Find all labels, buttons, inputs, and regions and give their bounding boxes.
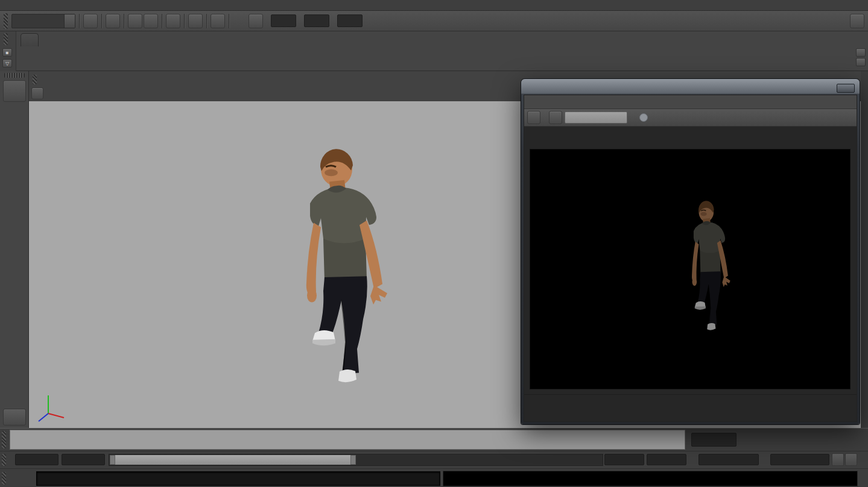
time-slider (0, 428, 868, 451)
z-coord-input[interactable] (337, 14, 363, 27)
panel-close-icon[interactable] (861, 77, 868, 86)
render-canvas-area[interactable] (524, 127, 857, 394)
range-slider-track[interactable] (109, 454, 603, 466)
status-line-handle[interactable] (4, 13, 8, 29)
x-coord-input[interactable] (271, 14, 296, 27)
panel-menu-bar (29, 73, 52, 86)
renderer-selector[interactable] (565, 112, 627, 124)
range-slider-handle[interactable] (2, 454, 6, 466)
rendered-image[interactable] (530, 149, 850, 389)
anim-layer-options-icon[interactable] (759, 455, 769, 465)
range-start-grip[interactable] (110, 455, 115, 465)
shelf-option-arrow-icon[interactable]: ▽ (2, 59, 12, 68)
current-time-field[interactable] (691, 433, 737, 447)
anim-layer-field[interactable] (699, 454, 759, 465)
axis-indicator (35, 388, 69, 424)
shelf-scroll-up-icon[interactable] (856, 48, 866, 57)
collapse-fields-icon[interactable] (233, 14, 247, 28)
command-line-handle[interactable] (2, 472, 6, 485)
shelf-menu-button[interactable]: ■ (2, 48, 12, 57)
auto-keyframe-icon[interactable] (845, 453, 857, 466)
quick-rename-icon[interactable] (249, 14, 263, 28)
render-view-window[interactable] (521, 79, 860, 424)
command-output-field (443, 471, 858, 486)
character-set-field[interactable] (770, 454, 829, 465)
command-input-field[interactable] (36, 471, 440, 486)
main-menu-bar (0, 0, 868, 11)
shelf-handle[interactable] (4, 33, 8, 45)
render-view-toolbar (524, 108, 857, 127)
render-view-body (524, 95, 857, 422)
playback-start-field[interactable] (62, 454, 105, 465)
toolbox-handle[interactable] (4, 73, 25, 78)
render-view-statusbar (524, 394, 857, 421)
playback-end-field[interactable] (604, 454, 644, 465)
command-language-toggle[interactable] (11, 474, 18, 475)
range-slider-bar[interactable] (110, 455, 356, 465)
playback-options-icon[interactable] (688, 455, 698, 465)
panel-menu-handle[interactable] (33, 75, 37, 84)
script-editor-icon[interactable] (857, 473, 867, 483)
animation-end-field[interactable] (647, 454, 686, 465)
chevron-down-icon[interactable] (64, 14, 75, 28)
time-slider-handle[interactable] (2, 431, 6, 448)
time-slider-ruler[interactable] (10, 430, 685, 450)
menu-set-selector[interactable] (11, 14, 75, 28)
status-line (0, 11, 868, 31)
command-line-row (0, 468, 868, 487)
stop-ipr-icon[interactable] (639, 113, 648, 122)
range-slider-row (0, 451, 868, 468)
shelf-scroll-down-icon[interactable] (856, 58, 866, 66)
trash-icon[interactable] (856, 33, 863, 34)
animation-start-field[interactable] (15, 454, 59, 465)
set-key-icon[interactable] (832, 453, 844, 466)
y-coord-input[interactable] (304, 14, 329, 27)
shelf: ■ ▽ (0, 31, 868, 71)
panel-right-edge (861, 71, 868, 428)
rendered-character (681, 200, 738, 339)
render-view-titlebar[interactable] (524, 81, 857, 95)
range-end-grip[interactable] (350, 455, 356, 465)
toolbox (0, 71, 29, 428)
shelf-left-column: ■ ▽ (0, 31, 16, 71)
character-model[interactable] (284, 148, 404, 398)
